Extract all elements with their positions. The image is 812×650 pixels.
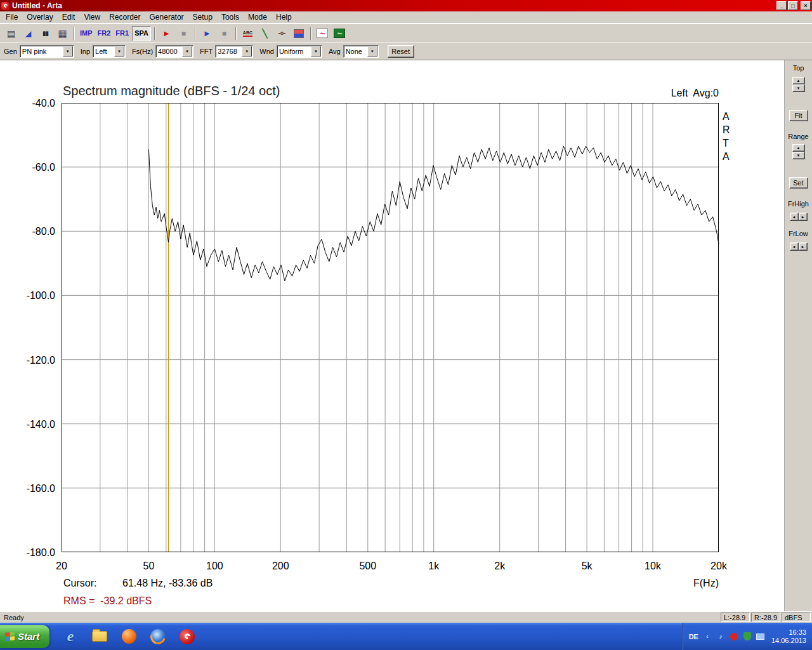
- top-label: Top: [793, 64, 804, 72]
- stop-button[interactable]: ■: [216, 26, 232, 41]
- input-select[interactable]: Left ▼: [93, 45, 126, 58]
- menubar: File Overlay Edit View Recorder Generato…: [0, 11, 812, 23]
- spin-up-icon[interactable]: ▲: [792, 144, 805, 152]
- spin-left-icon[interactable]: ◄: [790, 213, 799, 221]
- security-alert-icon[interactable]: [730, 632, 738, 641]
- spin-left-icon[interactable]: ◄: [790, 242, 799, 251]
- gen-label: Gen: [4, 48, 17, 55]
- reset-button[interactable]: Reset: [388, 45, 414, 58]
- network-icon[interactable]: [756, 632, 765, 641]
- menu-recorder[interactable]: Recorder: [105, 11, 145, 23]
- hide-icons-icon[interactable]: ‹: [703, 632, 712, 641]
- sample-rate-select[interactable]: 48000 ▼: [155, 45, 193, 58]
- svg-text:-60.0: -60.0: [32, 162, 56, 173]
- spin-right-icon[interactable]: ►: [799, 213, 808, 221]
- svg-text:5k: 5k: [582, 560, 593, 571]
- imp-mode-button[interactable]: IMP: [78, 26, 95, 41]
- arta-taskbar-icon[interactable]: [179, 628, 195, 645]
- averaging-select[interactable]: None ▼: [343, 45, 379, 58]
- menu-file[interactable]: File: [1, 11, 22, 23]
- toolbar-separator: [74, 27, 75, 40]
- spin-down-icon[interactable]: ▼: [792, 152, 805, 159]
- svg-text:-160.0: -160.0: [27, 483, 55, 494]
- dropdown-arrow-icon[interactable]: ▼: [182, 46, 192, 56]
- spin-right-icon[interactable]: ►: [799, 242, 808, 251]
- unit-indicator: dBFS: [782, 613, 811, 622]
- quick-launch-bar: e: [62, 628, 195, 645]
- svg-text:-100.0: -100.0: [27, 290, 55, 301]
- generator-select[interactable]: PN pink ▼: [20, 45, 74, 58]
- dropdown-arrow-icon[interactable]: ▼: [311, 46, 321, 56]
- dropdown-arrow-icon[interactable]: ▼: [63, 46, 73, 56]
- antivirus-icon[interactable]: [743, 632, 752, 641]
- menu-mode[interactable]: Mode: [244, 11, 272, 23]
- range-spinner[interactable]: ▲ ▼: [792, 144, 805, 159]
- dropdown-arrow-icon[interactable]: ▼: [242, 46, 252, 56]
- record-arm-icon[interactable]: ◢: [20, 26, 36, 41]
- dropdown-arrow-icon[interactable]: ▼: [367, 46, 377, 56]
- fit-button[interactable]: Fit: [789, 110, 808, 121]
- minimize-button[interactable]: _: [776, 1, 787, 10]
- fs-label: Fs(Hz): [132, 48, 153, 55]
- clock-time: 16:33: [789, 628, 806, 637]
- copy-icon[interactable]: ▤: [3, 26, 19, 41]
- tray-clock: 16:33 14.06.2013: [771, 628, 806, 645]
- text-label-icon[interactable]: ABC: [240, 26, 256, 41]
- start-label: Start: [18, 631, 39, 642]
- scope-wave-icon[interactable]: ~: [332, 26, 348, 41]
- svg-text:RMS = -39.2 dBFS: RMS = -39.2 dBFS: [63, 595, 152, 606]
- frlow-label: FrLow: [789, 230, 808, 237]
- menu-help[interactable]: Help: [272, 11, 296, 23]
- level-probe-icon[interactable]: -o-: [274, 26, 290, 41]
- maximize-button[interactable]: □: [788, 1, 798, 10]
- toolbar: ▤ ◢ ▮▮ ▦ IMP FR2 FR1 SPA ► ■ ► ■ ABC ╲ -…: [0, 23, 812, 43]
- record-stop-button[interactable]: ■: [176, 26, 192, 41]
- set-button[interactable]: Set: [789, 177, 808, 189]
- media-player-icon[interactable]: [121, 628, 137, 645]
- toolbar-separator: [195, 27, 196, 40]
- windows-logo-icon: [5, 632, 15, 641]
- menu-tools[interactable]: Tools: [217, 11, 244, 23]
- menu-setup[interactable]: Setup: [188, 11, 217, 23]
- spectrum-plot[interactable]: -40.0-60.0-80.0-100.0-120.0-140.0-160.0-…: [0, 60, 784, 611]
- fft-size-select[interactable]: 32768 ▼: [215, 45, 253, 58]
- spin-up-icon[interactable]: ▲: [792, 77, 805, 84]
- app-icon[interactable]: [1, 2, 10, 10]
- start-button[interactable]: Start: [0, 625, 49, 648]
- menu-overlay[interactable]: Overlay: [22, 11, 57, 23]
- internet-explorer-icon[interactable]: e: [62, 628, 79, 645]
- close-button[interactable]: ×: [801, 1, 811, 10]
- volume-icon[interactable]: ♪: [716, 632, 725, 641]
- split-view-icon[interactable]: [291, 26, 307, 41]
- right-level-indicator: R:-28.9: [751, 613, 780, 622]
- menu-edit[interactable]: Edit: [58, 11, 80, 23]
- frlow-spinner[interactable]: ◄ ►: [790, 242, 808, 251]
- fr2-mode-button[interactable]: FR2: [96, 26, 113, 41]
- record-play-button[interactable]: ►: [159, 26, 174, 41]
- spin-down-icon[interactable]: ▼: [792, 84, 805, 92]
- svg-text:50: 50: [143, 560, 155, 571]
- svg-text:-120.0: -120.0: [27, 355, 55, 366]
- dropdown-arrow-icon[interactable]: ▼: [114, 46, 124, 56]
- fr1-mode-button[interactable]: FR1: [114, 26, 131, 41]
- top-spinner[interactable]: ▲ ▼: [792, 77, 805, 92]
- grid-view-icon[interactable]: ▦: [55, 26, 70, 41]
- pause-icon[interactable]: ▮▮: [37, 26, 53, 41]
- spa-mode-button[interactable]: SPA: [132, 26, 151, 41]
- frhigh-spinner[interactable]: ◄ ►: [790, 213, 808, 221]
- firefox-icon[interactable]: [150, 628, 166, 645]
- play-button[interactable]: ►: [199, 26, 215, 41]
- svg-text:10k: 10k: [645, 560, 662, 571]
- svg-text:2k: 2k: [494, 560, 506, 571]
- range-label: Range: [788, 133, 808, 140]
- window-select[interactable]: Uniform ▼: [277, 45, 322, 58]
- language-indicator[interactable]: DE: [689, 633, 698, 640]
- menu-generator[interactable]: Generator: [145, 11, 188, 23]
- sine-wave-icon[interactable]: ~: [315, 26, 331, 41]
- diagonal-line-icon[interactable]: ╲: [257, 26, 273, 41]
- menu-view[interactable]: View: [79, 11, 105, 23]
- toolbar-separator: [235, 27, 237, 40]
- explorer-folder-icon[interactable]: [91, 628, 108, 645]
- svg-text:F(Hz): F(Hz): [693, 578, 719, 588]
- fft-label: FFT: [200, 48, 213, 55]
